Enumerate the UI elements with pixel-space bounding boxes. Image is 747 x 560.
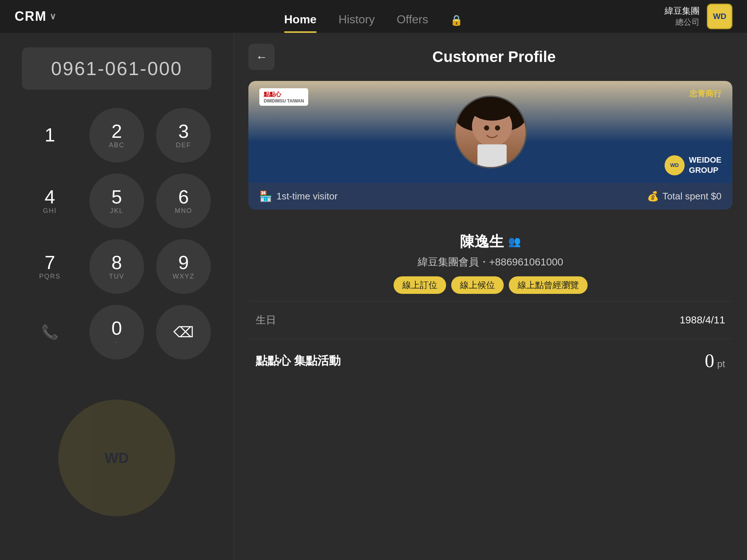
dial-btn-3[interactable]: 3 DEF [156, 108, 211, 163]
customer-tags: 線上訂位 線上候位 線上點曾經瀏覽 [248, 276, 732, 294]
store-icon: 🏪 [259, 190, 272, 202]
dial-btn-backspace[interactable]: ⌫ [156, 305, 211, 359]
phone-display[interactable]: 0961-061-000 [22, 47, 212, 90]
tag-order: 線上訂位 [394, 276, 446, 294]
watermark: WD [58, 400, 175, 516]
wd-group-text: WEIDOEGROUP [689, 155, 721, 176]
nav-tabs: Home History Offers 🔒 [284, 0, 463, 33]
company-info: 緯豆集團 總公司 [665, 5, 700, 28]
customer-card: 點點心 DIMDIMSU TAIWAN 忠青商行 [248, 81, 732, 210]
profile-title: Customer Profile [282, 48, 732, 66]
dial-btn-2[interactable]: 2 ABC [89, 108, 144, 163]
dollar-icon: 💰 [647, 191, 659, 202]
tag-browse: 線上點曾經瀏覽 [509, 276, 588, 294]
dial-btn-5[interactable]: 5 JKL [89, 174, 144, 228]
top-navigation: CRM ∨ Home History Offers 🔒 緯豆集團 總公司 WD [0, 0, 747, 33]
tab-home[interactable]: Home [284, 13, 317, 33]
app-name: CRM [15, 9, 47, 24]
wd-logo: WD [707, 4, 732, 29]
wd-mini-logo: WD [665, 155, 685, 175]
points-number: 0 [705, 350, 714, 372]
avatar [454, 96, 527, 168]
visitor-badge: 🏪 1st-time visitor [259, 190, 338, 202]
dial-btn-1[interactable]: 1 [23, 108, 77, 163]
profile-header: ← Customer Profile [234, 33, 747, 81]
dial-btn-7[interactable]: 7 PQRS [23, 239, 77, 294]
card-banner: 點點心 DIMDIMSU TAIWAN 忠青商行 [248, 81, 732, 183]
customer-info: 陳逸生 👥 緯豆集團會員・+886961061000 線上訂位 線上候位 線上點… [234, 221, 747, 301]
profile-panel: ← Customer Profile 點點心 DIMDIMSU TAIWAN 忠… [233, 33, 747, 560]
points-section: 點點心 集點活動 0 pt [248, 339, 732, 382]
tab-history[interactable]: History [338, 13, 375, 33]
svg-point-4 [495, 125, 500, 131]
dial-btn-6[interactable]: 6 MNO [156, 174, 211, 228]
birthday-value: 1988/4/11 [680, 314, 725, 326]
dial-btn-8[interactable]: 8 TUV [89, 239, 144, 294]
main-content: 0961-061-000 WD 1 2 ABC 3 DEF 4 G [0, 33, 747, 560]
dial-btn-4[interactable]: 4 GHI [23, 174, 77, 228]
card-footer: 🏪 1st-time visitor 💰 Total spent $0 [248, 183, 732, 210]
total-spent: 💰 Total spent $0 [647, 191, 721, 202]
gender-icon: 👥 [508, 236, 521, 248]
customer-name-row: 陳逸生 👥 [248, 232, 732, 252]
dial-btn-9[interactable]: 9 WXYZ [156, 239, 211, 294]
dimdimsum-logo: 點點心 DIMDIMSU TAIWAN [259, 88, 308, 106]
brand-logo-left: 點點心 DIMDIMSU TAIWAN [259, 88, 308, 106]
points-title: 點點心 集點活動 [256, 353, 341, 369]
birthday-label: 生日 [256, 313, 276, 327]
dial-btn-0[interactable]: 0 · [89, 305, 144, 359]
chevron-down-icon: ∨ [50, 11, 57, 22]
avatar-svg [456, 97, 526, 167]
svg-rect-5 [477, 144, 507, 167]
dial-grid: 1 2 ABC 3 DEF 4 GHI 5 JKL 6 MNO [22, 108, 212, 359]
watermark-circle: WD [58, 400, 175, 516]
customer-name: 陳逸生 [460, 232, 504, 252]
back-button[interactable]: ← [248, 44, 275, 70]
dialer-panel: 0961-061-000 WD 1 2 ABC 3 DEF 4 G [0, 33, 233, 560]
svg-point-3 [484, 125, 489, 131]
customer-meta: 緯豆集團會員・+886961061000 [248, 255, 732, 269]
points-value-container: 0 pt [705, 350, 725, 372]
company-name: 緯豆集團 [665, 5, 700, 17]
tab-offers[interactable]: Offers [396, 13, 428, 33]
wd-brand-right: WD WEIDOEGROUP [665, 155, 721, 176]
brand-logo-right: 忠青商行 [689, 88, 721, 99]
company-sub: 總公司 [665, 17, 700, 28]
points-unit: pt [717, 358, 725, 370]
lock-button[interactable]: 🔒 [450, 14, 463, 33]
birthday-row: 生日 1988/4/11 [248, 301, 732, 339]
tag-queue: 線上候位 [451, 276, 504, 294]
app-logo[interactable]: CRM ∨ [15, 9, 57, 24]
dial-btn-phone[interactable]: 📞 [23, 305, 77, 359]
nav-right: 緯豆集團 總公司 WD [665, 4, 732, 29]
